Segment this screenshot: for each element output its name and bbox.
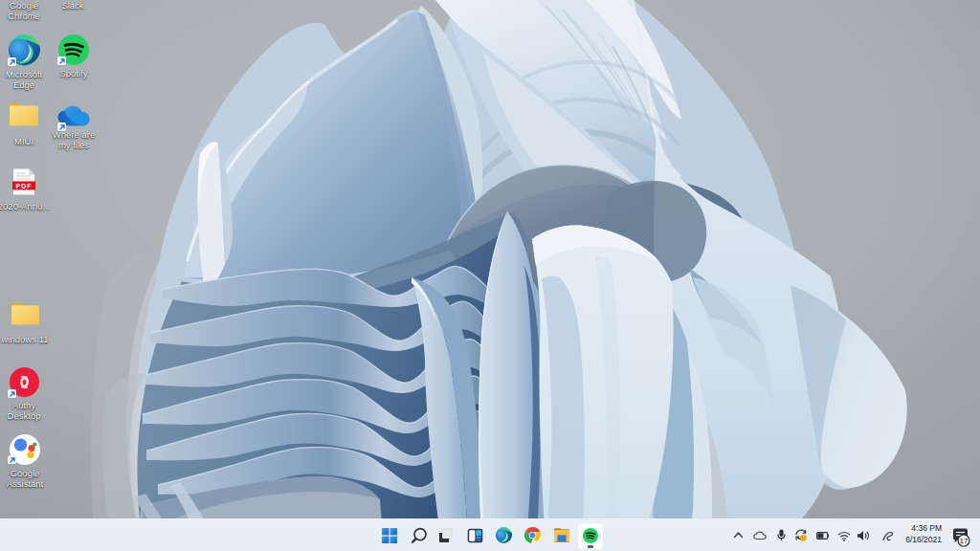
svg-text:PDF: PDF bbox=[16, 183, 33, 189]
svg-text:17: 17 bbox=[960, 537, 969, 545]
